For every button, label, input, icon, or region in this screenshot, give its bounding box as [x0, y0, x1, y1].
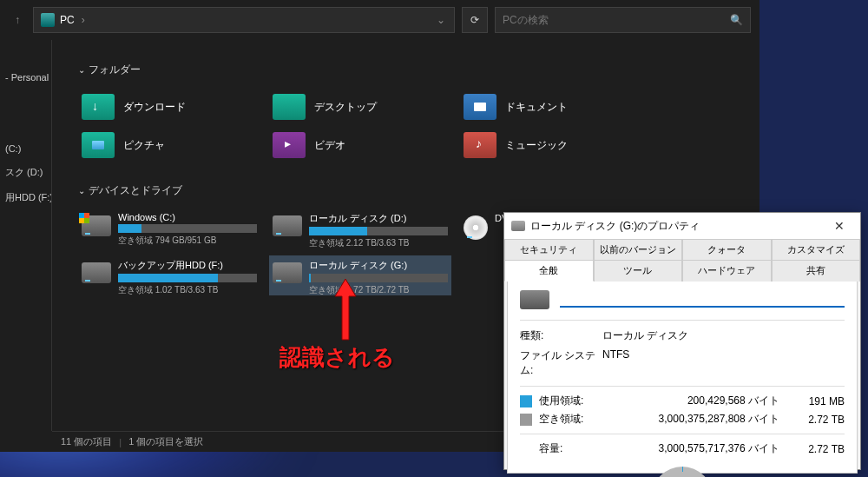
folder-icon	[464, 132, 496, 158]
section-label: フォルダー	[89, 63, 141, 77]
tab[interactable]: 以前のバージョン	[594, 239, 683, 260]
folder-item[interactable]: ダウンロード	[78, 88, 260, 126]
drive-name: ローカル ディスク (D:)	[309, 212, 448, 225]
capacity-bytes: 3,000,575,717,376 バイト	[602, 441, 797, 456]
drive-item[interactable]: ローカル ディスク (G:)空き領域 2.72 TB/2.72 TB	[269, 255, 451, 295]
folder-label: ダウンロード	[123, 100, 186, 115]
folder-item[interactable]: ドキュメント	[460, 88, 642, 126]
section-label: デバイスとドライブ	[89, 183, 182, 198]
section-folders[interactable]: ⌄ フォルダー	[78, 63, 733, 77]
tab[interactable]: 全般	[504, 260, 594, 282]
tab[interactable]: カスタマイズ	[772, 239, 861, 260]
drive-space: 空き領域 2.12 TB/3.63 TB	[309, 237, 448, 249]
address-bar[interactable]: PC › ⌄	[33, 7, 455, 33]
type-label: 種類:	[520, 328, 602, 343]
folder-item[interactable]: ビデオ	[269, 126, 451, 164]
tab[interactable]: クォータ	[682, 239, 772, 260]
free-swatch	[520, 414, 532, 426]
free-size: 2.72 TB	[797, 414, 845, 426]
drive-icon	[511, 221, 525, 231]
drive-item[interactable]: ローカル ディスク (D:)空き領域 2.12 TB/3.63 TB	[269, 209, 451, 248]
folder-label: デスクトップ	[314, 100, 377, 115]
used-swatch	[520, 395, 532, 407]
used-size: 191 MB	[797, 395, 845, 407]
tab-panel-general: 種類: ローカル ディスク ファイル システム: NTFS 使用領域: 200,…	[507, 282, 858, 474]
drive-item[interactable]: Windows (C:)空き領域 794 GB/951 GB	[78, 209, 260, 248]
drive-name: ローカル ディスク (G:)	[309, 259, 448, 272]
folder-label: ピクチャ	[123, 138, 165, 153]
sidebar-item[interactable]: - Personal	[0, 66, 51, 89]
dialog-titlebar[interactable]: ローカル ディスク (G:)のプロパティ ✕	[504, 213, 860, 239]
used-label: 使用領域:	[539, 394, 602, 408]
folder-item[interactable]: デスクトップ	[269, 88, 451, 126]
usage-bar	[309, 227, 448, 235]
tab[interactable]: ツール	[594, 260, 683, 282]
chevron-right-icon: ›	[82, 14, 85, 26]
search-input[interactable]	[503, 14, 730, 26]
usage-bar	[309, 274, 448, 282]
chevron-down-icon[interactable]: ⌄	[437, 14, 445, 26]
folder-icon	[82, 132, 115, 158]
dialog-title: ローカル ディスク (G:)のプロパティ	[530, 219, 825, 234]
drive-icon	[464, 215, 488, 240]
tab[interactable]: ハードウェア	[682, 260, 772, 282]
usage-bar	[118, 274, 257, 282]
section-devices[interactable]: ⌄ デバイスとドライブ	[78, 183, 733, 198]
folder-item[interactable]: ミュージック	[460, 126, 642, 164]
folder-icon	[464, 94, 496, 120]
drive-icon	[520, 290, 549, 309]
drive-icon	[82, 262, 111, 283]
capacity-size: 2.72 TB	[797, 443, 845, 455]
usage-bar	[118, 224, 257, 233]
refresh-button[interactable]: ⟳	[462, 7, 488, 33]
folder-label: ドキュメント	[505, 100, 568, 115]
tab[interactable]: セキュリティ	[504, 239, 594, 260]
type-value: ローカル ディスク	[602, 328, 845, 343]
drive-name: バックアップ用HDD (F:)	[118, 259, 257, 272]
filesystem-label: ファイル システム:	[520, 348, 602, 378]
folder-icon	[273, 94, 306, 120]
filesystem-value: NTFS	[602, 348, 845, 378]
search-icon: 🔍	[730, 14, 743, 26]
drive-space: 空き領域 1.02 TB/3.63 TB	[118, 284, 257, 296]
item-count: 11 個の項目	[61, 435, 112, 448]
folder-label: ミュージック	[505, 138, 568, 153]
close-button[interactable]: ✕	[825, 219, 853, 233]
drive-item[interactable]: バックアップ用HDD (F:)空き領域 1.02 TB/3.63 TB	[78, 255, 260, 295]
drive-space: 空き領域 794 GB/951 GB	[118, 235, 257, 247]
search-box[interactable]: 🔍	[495, 7, 751, 33]
drive-icon	[82, 215, 111, 236]
free-bytes: 3,000,375,287,808 バイト	[602, 412, 797, 427]
sidebar-item[interactable]: 用HDD (F:)	[0, 185, 51, 210]
volume-name-input[interactable]	[560, 306, 845, 308]
folder-icon	[82, 94, 115, 120]
selection-count: 1 個の項目を選択	[128, 435, 203, 448]
used-bytes: 200,429,568 バイト	[602, 394, 797, 408]
tab[interactable]: 共有	[772, 260, 861, 282]
drive-icon	[273, 215, 302, 236]
folder-icon	[273, 132, 306, 158]
breadcrumb[interactable]: PC	[60, 14, 75, 26]
sidebar-item[interactable]: スク (D:)	[0, 160, 51, 185]
drive-icon	[273, 262, 302, 283]
chevron-down-icon: ⌄	[78, 65, 85, 75]
drive-space: 空き領域 2.72 TB/2.72 TB	[309, 284, 448, 296]
nav-pane: - Personal (C:) スク (D:) 用HDD (F:)	[0, 40, 52, 431]
pc-icon	[41, 13, 55, 27]
folder-label: ビデオ	[314, 138, 345, 153]
up-button[interactable]: ↑	[9, 11, 26, 29]
usage-pie-chart	[652, 467, 713, 477]
capacity-label: 容量:	[539, 441, 602, 456]
properties-dialog: ローカル ディスク (G:)のプロパティ ✕ セキュリティ以前のバージョンクォー…	[503, 212, 861, 470]
free-label: 空き領域:	[539, 412, 602, 427]
drive-name: Windows (C:)	[118, 212, 257, 222]
folder-item[interactable]: ピクチャ	[78, 126, 260, 164]
chevron-down-icon: ⌄	[78, 186, 85, 195]
sidebar-item[interactable]: (C:)	[0, 137, 51, 160]
toolbar: ↑ PC › ⌄ ⟳ 🔍	[0, 0, 760, 40]
